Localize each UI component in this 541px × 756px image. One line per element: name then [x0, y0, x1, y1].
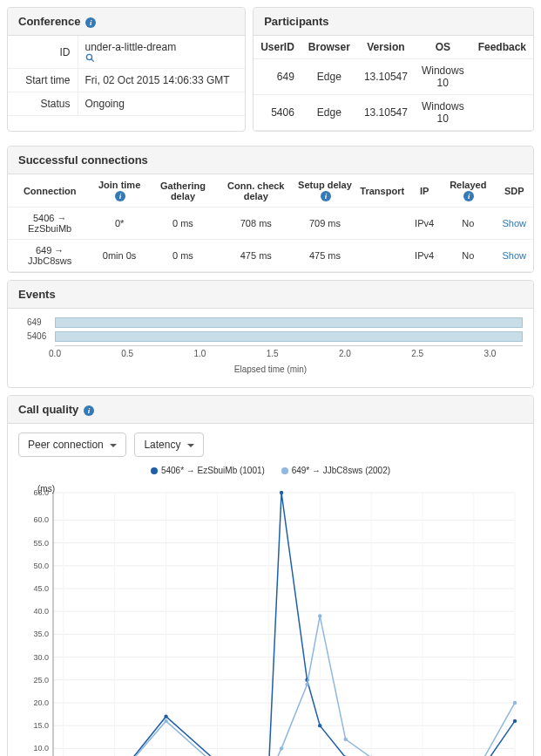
chart-svg: 3.05.010.015.020.025.030.035.040.045.050… [18, 484, 524, 756]
chevron-down-icon [110, 444, 117, 447]
connections-heading: Successful connections [8, 146, 533, 174]
events-xlabel: Elapsed time (min) [18, 364, 523, 374]
conference-title: Conference [18, 15, 81, 28]
show-sdp-link[interactable]: Show [502, 250, 526, 261]
info-icon[interactable]: i [463, 191, 474, 201]
svg-point-71 [164, 719, 167, 723]
col-check: Conn. check delay [219, 174, 294, 208]
connections-panel: Successful connections Connection Join t… [7, 146, 534, 273]
col-transport: Transport [356, 174, 408, 208]
svg-line-1 [91, 59, 93, 62]
table-row: 649 Edge 13.10547 Windows 10 [254, 59, 533, 95]
col-feedback: Feedback [471, 36, 533, 59]
col-setup: Setup delay i [294, 174, 357, 208]
svg-point-0 [86, 54, 91, 59]
info-icon[interactable]: i [84, 405, 94, 416]
latency-dropdown[interactable]: Latency [134, 432, 203, 457]
events-panel: Events 649 5406 0.0 0.5 1.0 1.5 2.0 2.5 … [7, 280, 534, 388]
col-gather: Gathering delay [147, 174, 219, 208]
connections-table: Connection Join time i Gathering delay C… [8, 174, 533, 272]
svg-point-60 [280, 491, 283, 494]
svg-text:40.0: 40.0 [33, 607, 49, 616]
svg-text:35.0: 35.0 [33, 630, 49, 638]
svg-text:(ms): (ms) [37, 484, 55, 494]
conference-panel: Conference i ID under-a-little-dream Sta… [7, 7, 246, 132]
svg-point-81 [513, 701, 517, 705]
svg-point-62 [318, 724, 321, 727]
events-bar [55, 331, 523, 342]
col-ip: IP [408, 174, 441, 208]
participants-heading: Participants [254, 8, 533, 36]
col-connection: Connection [8, 174, 91, 208]
col-relayed: Relayed i [441, 174, 495, 208]
table-row: 5406 → EzSbuiMb 0* 0 ms 708 ms 709 ms IP… [8, 208, 533, 240]
svg-text:60.0: 60.0 [33, 516, 49, 525]
events-row-label: 5406 [27, 331, 46, 341]
peer-connection-dropdown[interactable]: Peer connection [18, 432, 126, 457]
start-label: Start time [8, 69, 78, 92]
participants-header-row: UserID Browser Version OS Feedback [254, 36, 533, 59]
events-chart: 649 5406 0.0 0.5 1.0 1.5 2.0 2.5 3.0 Ela… [18, 317, 523, 378]
info-icon[interactable]: i [115, 191, 125, 201]
svg-text:45.0: 45.0 [33, 584, 49, 593]
latency-chart: 3.05.010.015.020.025.030.035.040.045.050… [18, 484, 523, 756]
col-userid: UserID [254, 36, 301, 59]
events-heading: Events [8, 281, 533, 309]
svg-text:55.0: 55.0 [33, 539, 49, 548]
connections-header-row: Connection Join time i Gathering delay C… [8, 174, 533, 208]
events-bar [55, 317, 523, 328]
participants-panel: Participants UserID Browser Version OS F… [253, 7, 534, 132]
quality-panel: Call quality i Peer connection Latency 5… [7, 395, 534, 756]
col-browser: Browser [301, 36, 357, 59]
info-icon[interactable]: i [85, 17, 96, 28]
show-sdp-link[interactable]: Show [502, 218, 526, 228]
chart-legend: 5406* → EzSbuiMb (1001) 649* → JJbC8sws … [8, 466, 533, 475]
col-sdp: SDP [495, 174, 533, 208]
status-value: Ongoing [78, 92, 245, 116]
table-row: 5406 Edge 13.10547 Windows 10 [254, 95, 533, 131]
conference-heading: Conference i [8, 8, 245, 36]
id-label: ID [8, 36, 78, 69]
svg-point-75 [305, 683, 308, 686]
svg-text:50.0: 50.0 [33, 562, 49, 570]
svg-text:30.0: 30.0 [33, 653, 49, 662]
col-version: Version [357, 36, 415, 59]
status-label: Status [8, 92, 78, 116]
conference-id-value: under-a-little-dream [85, 41, 177, 53]
events-axis: 0.0 0.5 1.0 1.5 2.0 2.5 3.0 [55, 345, 523, 363]
svg-point-77 [343, 738, 347, 741]
chevron-down-icon [187, 444, 194, 447]
table-row: 649 → JJbC8sws 0min 0s 0 ms 475 ms 475 m… [8, 240, 533, 272]
col-os: OS [415, 36, 471, 59]
svg-point-76 [318, 614, 321, 617]
svg-text:25.0: 25.0 [33, 676, 49, 684]
search-icon[interactable] [85, 53, 239, 63]
conference-table: ID under-a-little-dream Start time Fri, … [8, 36, 245, 116]
svg-text:10.0: 10.0 [33, 744, 49, 753]
svg-point-74 [280, 746, 283, 750]
svg-point-67 [513, 719, 517, 723]
quality-heading: Call quality i [8, 396, 533, 424]
info-icon[interactable]: i [321, 191, 331, 201]
col-join: Join time i [91, 174, 147, 208]
svg-point-57 [164, 715, 167, 719]
start-value: Fri, 02 Oct 2015 14:06:33 GMT [78, 69, 245, 92]
participants-table: UserID Browser Version OS Feedback 649 E… [254, 36, 533, 131]
svg-text:20.0: 20.0 [33, 698, 49, 707]
events-row-label: 649 [27, 317, 42, 327]
svg-text:15.0: 15.0 [33, 721, 49, 730]
